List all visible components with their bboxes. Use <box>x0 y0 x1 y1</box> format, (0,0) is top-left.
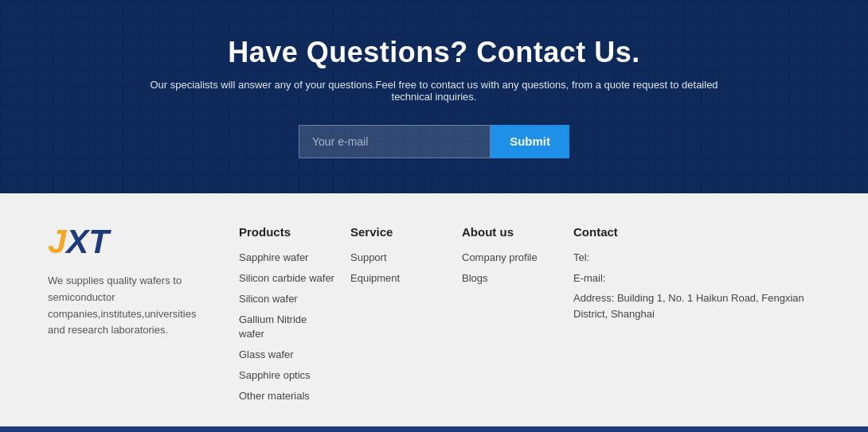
hero-subtitle: Our specialists will answer any of your … <box>147 79 721 103</box>
sapphire-wafer-link[interactable]: Sapphire wafer <box>239 251 308 263</box>
footer-columns: Products Sapphire wafer Silicon carbide … <box>239 225 820 403</box>
list-item: Other materials <box>239 388 334 403</box>
blogs-link[interactable]: Blogs <box>462 272 488 284</box>
company-profile-link[interactable]: Company profile <box>462 251 538 263</box>
contact-address: Address: Building 1, No. 1 Haikun Road, … <box>573 290 820 321</box>
products-title: Products <box>239 225 334 239</box>
email-input[interactable] <box>299 125 491 158</box>
gallium-nitride-wafer-link[interactable]: Gallium Nitride wafer <box>239 313 307 340</box>
footer-col-about: About us Company profile Blogs <box>462 225 557 403</box>
footer-bottom: 2022 © Jiangsu Senji New Energy Technolo… <box>0 426 868 432</box>
footer-brand: J XT We supplies quality wafers to semic… <box>48 225 207 403</box>
silicon-wafer-link[interactable]: Silicon wafer <box>239 293 298 305</box>
contact-email: E-mail: <box>573 270 820 286</box>
sapphire-optics-link[interactable]: Sapphire optics <box>239 369 311 381</box>
list-item: Silicon carbide wafer <box>239 270 334 285</box>
about-links: Company profile Blogs <box>462 250 557 285</box>
about-title: About us <box>462 225 557 239</box>
address-label: Address: <box>573 292 614 304</box>
logo-xt: XT <box>66 225 109 259</box>
service-links: Support Equipment <box>350 250 446 285</box>
contact-form: Submit <box>299 125 569 158</box>
list-item: Silicon wafer <box>239 291 334 306</box>
contact-tel: Tel: <box>573 250 820 266</box>
list-item: Company profile <box>462 250 557 264</box>
submit-button[interactable]: Submit <box>491 125 569 158</box>
list-item: Equipment <box>350 270 446 285</box>
footer-col-products: Products Sapphire wafer Silicon carbide … <box>239 225 334 403</box>
list-item: Support <box>350 250 446 264</box>
logo: J XT <box>48 225 207 259</box>
list-item: Glass wafer <box>239 347 334 361</box>
list-item: Blogs <box>462 270 557 285</box>
service-title: Service <box>350 225 446 239</box>
logo-j: J <box>48 225 66 259</box>
glass-wafer-link[interactable]: Glass wafer <box>239 348 294 360</box>
support-link[interactable]: Support <box>350 251 387 263</box>
hero-section: Have Questions? Contact Us. Our speciali… <box>0 0 868 193</box>
list-item: Sapphire wafer <box>239 250 334 264</box>
list-item: Sapphire optics <box>239 368 334 382</box>
other-materials-link[interactable]: Other materials <box>239 390 310 402</box>
footer-col-service: Service Support Equipment <box>350 225 446 403</box>
footer-main: J XT We supplies quality wafers to semic… <box>0 193 868 426</box>
products-links: Sapphire wafer Silicon carbide wafer Sil… <box>239 250 334 403</box>
list-item: Gallium Nitride wafer <box>239 312 334 341</box>
silicon-carbide-wafer-link[interactable]: Silicon carbide wafer <box>239 272 334 284</box>
brand-description: We supplies quality wafers to semiconduc… <box>48 273 207 339</box>
contact-title: Contact <box>573 225 820 239</box>
hero-content: Have Questions? Contact Us. Our speciali… <box>131 36 737 158</box>
hero-title: Have Questions? Contact Us. <box>147 36 721 69</box>
footer-col-contact: Contact Tel: E-mail: Address: Building 1… <box>573 225 820 403</box>
equipment-link[interactable]: Equipment <box>350 272 400 284</box>
